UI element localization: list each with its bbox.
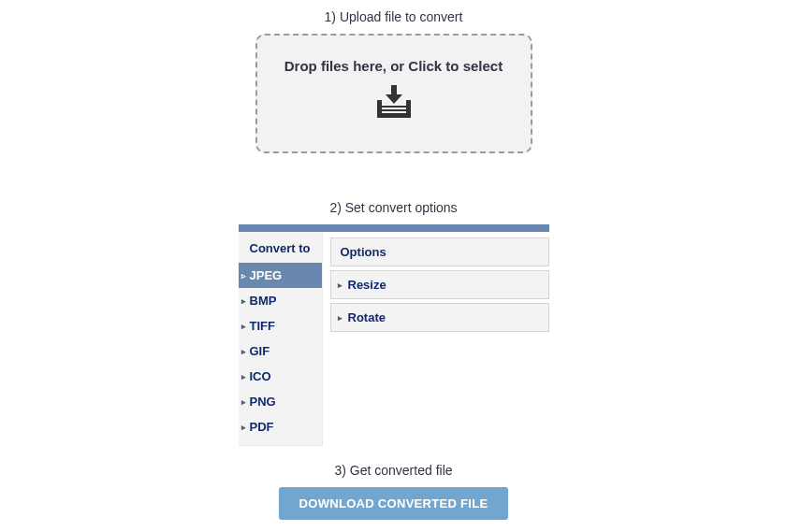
convert-to-label: Convert to — [239, 232, 322, 263]
option-rotate[interactable]: Rotate — [330, 303, 549, 332]
step2-title: 2) Set convert options — [0, 200, 787, 215]
option-resize[interactable]: Resize — [330, 270, 549, 299]
options-top-bar — [239, 224, 549, 232]
format-item-png[interactable]: PNG — [239, 389, 322, 414]
option-panel: Options Resize Rotate — [323, 232, 549, 336]
dropzone-text: Drop files here, or Click to select — [257, 58, 531, 74]
step1-title: 1) Upload file to convert — [0, 0, 787, 24]
format-item-pdf[interactable]: PDF — [239, 414, 322, 439]
svg-marker-0 — [386, 85, 402, 104]
format-item-tiff[interactable]: TIFF — [239, 313, 322, 338]
step3-title: 3) Get converted file — [0, 463, 787, 478]
format-item-ico[interactable]: ICO — [239, 364, 322, 389]
svg-rect-1 — [378, 106, 410, 108]
format-panel: Convert to JPEG BMP TIFF GIF ICO PNG PDF — [239, 232, 323, 446]
format-item-bmp[interactable]: BMP — [239, 288, 322, 313]
svg-rect-2 — [378, 109, 410, 111]
options-container: Convert to JPEG BMP TIFF GIF ICO PNG PDF… — [239, 224, 549, 446]
download-tray-icon — [369, 83, 419, 124]
file-dropzone[interactable]: Drop files here, or Click to select — [255, 34, 532, 153]
download-button[interactable]: DOWNLOAD CONVERTED FILE — [279, 487, 509, 520]
format-item-jpeg[interactable]: JPEG — [239, 263, 322, 288]
options-header: Options — [330, 237, 549, 266]
format-item-gif[interactable]: GIF — [239, 338, 322, 364]
